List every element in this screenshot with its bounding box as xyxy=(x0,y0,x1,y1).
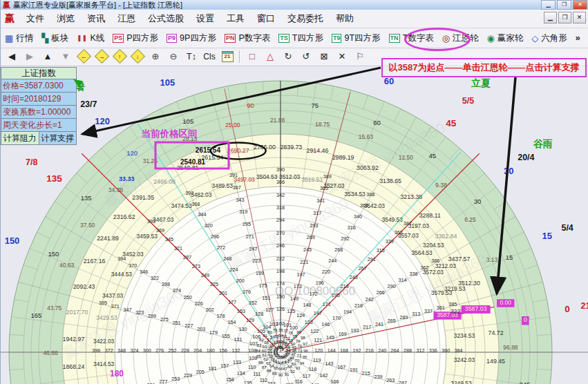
wheel-number: 243 xyxy=(350,274,358,280)
date-label: 23/7 xyxy=(80,99,97,109)
wheel-number: 266 xyxy=(377,289,385,296)
wheel-number: 89 xyxy=(272,372,277,376)
flag-tool-icon[interactable]: ⚐ xyxy=(352,49,368,64)
percent-label: 21.88 xyxy=(270,117,285,124)
wheel-number: 226 xyxy=(195,300,203,307)
zoom-out-icon[interactable]: ⊖ xyxy=(165,49,182,64)
p-square-label: P四方形 xyxy=(126,32,158,44)
app-logo-icon: 赢 xyxy=(3,0,10,10)
wheel-number: 287 xyxy=(399,380,407,384)
toolbar-button-p-square[interactable]: PSP四方形 xyxy=(108,32,162,44)
price-ring-label: 3212.03 xyxy=(435,262,457,269)
wheel-number: 158 xyxy=(226,376,234,383)
wheel-number: 168 xyxy=(340,347,348,354)
toolbar-button-kline[interactable]: ❚❚K线 xyxy=(73,32,108,44)
down-arrow-icon[interactable]: ▼ xyxy=(57,49,74,64)
kline-icon: ❚❚ xyxy=(77,35,87,41)
wheel-number: 193 xyxy=(350,327,359,334)
wheel-number: 229 xyxy=(184,372,192,378)
gann-wheel-canvas[interactable]: 赢家江恩 yingjia360赢家江恩 yingjia360赢家江恩 yingj… xyxy=(1,66,588,384)
price-ring-label: 2092.43 xyxy=(73,283,95,290)
wheel-number: 223 xyxy=(252,258,260,264)
price-ring-label: 149.45 xyxy=(486,358,505,365)
menu-item-6[interactable]: 设置 xyxy=(190,11,220,26)
arc-cw-icon[interactable]: ↻ xyxy=(280,49,296,64)
wheel-number: 293 xyxy=(310,222,319,229)
wheel-number: 245 xyxy=(303,247,312,253)
calc-resistance-button[interactable]: 计算阻力 xyxy=(1,132,39,144)
wheel-number: 202 xyxy=(206,307,214,313)
shrink-tool-icon[interactable]: ✕ xyxy=(334,49,350,64)
wheel-number: 166 xyxy=(330,378,339,384)
toolbar-button-p-table[interactable]: PNP数字表 xyxy=(220,32,274,44)
cls-button[interactable]: Cls xyxy=(201,49,218,64)
wheel-number: 265 xyxy=(388,318,396,324)
panel-row-2: 时间=20180129 xyxy=(1,93,76,106)
up-arrow-icon[interactable]: ▲ xyxy=(39,49,56,64)
calendar-icon[interactable]: 21 xyxy=(219,49,236,64)
price-ring-label: 2391.35 xyxy=(132,194,154,201)
price-ring-label: 3504.53 xyxy=(256,173,278,180)
wheel-number: 169 xyxy=(339,331,347,337)
wheel-number: 299 xyxy=(148,313,156,319)
close-button[interactable]: ✕ xyxy=(573,0,587,10)
mdi-minimize-button[interactable]: ▁ xyxy=(544,12,557,23)
menu-item-8[interactable]: 窗口 xyxy=(251,11,281,26)
wheel-number: 127 xyxy=(265,307,274,313)
wheel-number: 343 xyxy=(236,197,244,203)
main-toolbar: ▦行情▚板块❚❚K线PSP四方形P99P四方形PNP数字表TST四方形T99T四… xyxy=(1,28,588,48)
price-ring-label: 3204.53 xyxy=(423,242,444,249)
winner-wheel-icon: ◉ xyxy=(487,33,495,44)
menu-item-4[interactable]: 江恩 xyxy=(111,11,142,26)
wheel-number: 108 xyxy=(248,347,256,354)
arc-ccw-icon[interactable]: ↺ xyxy=(298,49,314,64)
menu-item-10[interactable]: 帮助 xyxy=(330,11,360,26)
prev-arrow-icon[interactable]: ◀ xyxy=(3,49,20,64)
wheel-number: 263 xyxy=(386,377,395,383)
toolbar-overflow-button[interactable]: » xyxy=(576,33,580,43)
date-label: 5/4 xyxy=(561,223,573,233)
menu-item-3[interactable]: 资讯 xyxy=(81,11,111,26)
toolbar-button-hexagon[interactable]: ◇六角形 xyxy=(527,32,571,44)
wheel-number: 178 xyxy=(217,313,225,319)
wheel-number: 200 xyxy=(236,278,245,284)
calc-support-button[interactable]: 计算支撑 xyxy=(39,132,77,144)
toolbar-button-t-square[interactable]: TST四方形 xyxy=(274,32,328,44)
toolbar-button-quotes[interactable]: ▦行情 xyxy=(1,32,37,44)
toolbar-button-blocks[interactable]: ▚板块 xyxy=(37,32,73,44)
diamond-left-icon[interactable]: ← xyxy=(75,49,92,64)
price-ring-label: 2241.89 xyxy=(97,235,119,242)
menu-item-7[interactable]: 工具 xyxy=(220,11,251,26)
diamond-down-icon[interactable]: ↓ xyxy=(129,49,146,64)
wheel-number: 250 xyxy=(184,294,192,300)
menu-item-2[interactable]: 浏览 xyxy=(50,11,81,26)
wheel-number: 221 xyxy=(300,259,308,265)
next-arrow-icon[interactable]: ▶ xyxy=(21,49,38,64)
price-ring-label: 3542.03 xyxy=(364,202,386,209)
t-shift-icon[interactable]: T↕ xyxy=(183,49,200,64)
menu-item-1[interactable]: 文件 xyxy=(20,11,50,26)
mdi-restore-button[interactable]: ❐ xyxy=(558,12,571,23)
wheel-number: 205 xyxy=(196,369,205,375)
minimize-button[interactable]: ▁ xyxy=(541,0,556,10)
mdi-close-button[interactable]: ✕ xyxy=(573,12,586,23)
date-label: 21/3 xyxy=(580,301,588,311)
rect-tool-icon[interactable]: □ xyxy=(244,49,260,64)
toolbar-button-winner-wheel[interactable]: ◉赢家轮 xyxy=(483,32,528,44)
diamond-right-icon[interactable]: → xyxy=(93,49,110,64)
price-ring-label: 3557.03 xyxy=(398,232,419,239)
menu-item-9[interactable]: 交易委托 xyxy=(281,11,330,26)
wheel-number: 396 xyxy=(92,347,100,354)
angle-label: 165 xyxy=(31,311,42,319)
toolbar-button-9t-square[interactable]: T99T四方形 xyxy=(328,32,385,44)
toolbar-button-9p-square[interactable]: P99P四方形 xyxy=(162,32,220,44)
triangle-tool-icon[interactable]: △ xyxy=(262,49,278,64)
zoom-in-icon[interactable]: ⊕ xyxy=(147,49,164,64)
wheel-number: 172 xyxy=(310,291,318,297)
xbox-tool-icon[interactable]: ⊠ xyxy=(316,49,332,64)
diamond-up-icon[interactable]: ↑ xyxy=(111,49,128,64)
restore-button[interactable]: ❐ xyxy=(557,0,571,10)
price-ring-label: 3249.53 xyxy=(451,380,472,384)
wheel-number: 390 xyxy=(276,166,285,173)
menu-item-5[interactable]: 公式选股 xyxy=(142,11,190,26)
